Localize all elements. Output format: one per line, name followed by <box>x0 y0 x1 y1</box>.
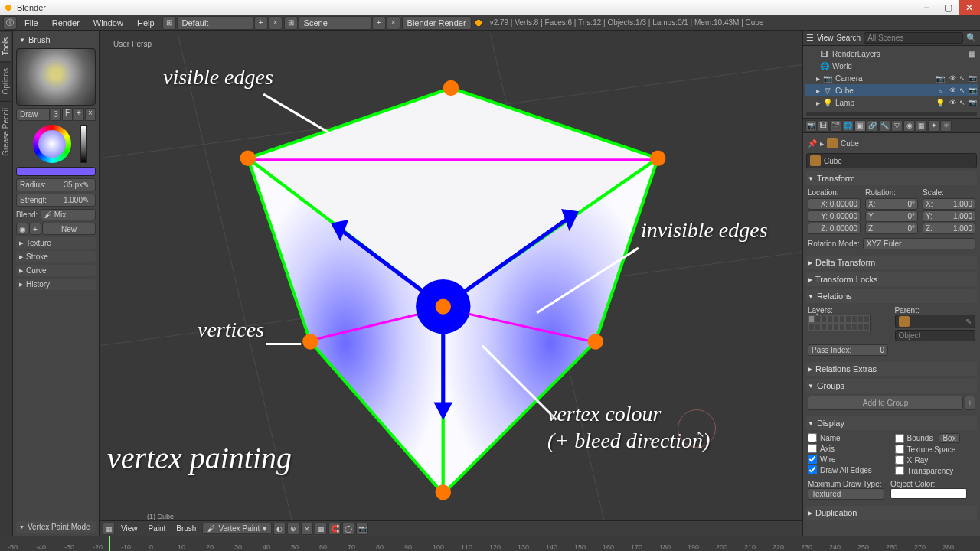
brush-name-field[interactable]: Draw <box>16 108 50 121</box>
layers-icon[interactable]: ▦ <box>315 523 327 535</box>
scene-browse-icon[interactable]: ⊞ <box>284 16 298 30</box>
vp-menu-brush[interactable]: Brush <box>172 524 201 533</box>
rot-z-field[interactable]: Z:0° <box>865 223 918 234</box>
snap-icon[interactable]: 🧲 <box>328 523 341 535</box>
outliner-editor-icon[interactable]: ☰ <box>806 33 814 43</box>
pin-icon[interactable]: 📌 <box>808 139 817 148</box>
color-picker[interactable] <box>25 125 87 163</box>
tab-tools[interactable]: Tools <box>0 31 11 61</box>
props-tab-render[interactable]: 📷 <box>805 120 817 132</box>
brush-del-icon[interactable]: × <box>85 108 96 121</box>
texture-panel[interactable]: Texture <box>16 237 96 249</box>
render-preview-icon[interactable]: 📷 <box>356 523 368 535</box>
scale-y-field[interactable]: Y:1.000 <box>923 210 975 222</box>
props-tab-constraints[interactable]: 🔗 <box>867 120 878 132</box>
axis-checkbox[interactable] <box>808 444 817 453</box>
max-draw-type-dropdown[interactable]: Textured <box>808 488 884 500</box>
rotation-mode-dropdown[interactable]: XYZ Euler <box>863 238 975 249</box>
curve-panel[interactable]: Curve <box>16 265 96 276</box>
name-checkbox[interactable] <box>808 433 817 442</box>
tab-options[interactable]: Options <box>0 61 11 100</box>
props-tab-data[interactable]: ▽ <box>891 120 903 132</box>
brush-fakeuser-button[interactable]: F <box>62 108 73 121</box>
transform-header[interactable]: Transform <box>806 171 977 185</box>
parent-type-field[interactable]: Object <box>895 330 976 341</box>
parent-field[interactable]: ✎ <box>895 315 976 328</box>
proportional-icon[interactable]: ◯ <box>342 523 354 535</box>
brush-preview[interactable] <box>16 48 96 106</box>
editor-type-icon[interactable]: ⓘ <box>3 16 17 30</box>
history-panel[interactable]: History <box>16 279 96 290</box>
editor-type-3dview-icon[interactable]: ▦ <box>103 523 115 535</box>
outliner-menu-view[interactable]: View <box>817 34 834 42</box>
loc-y-field[interactable]: Y: 0.00000 <box>808 210 861 222</box>
relations-extras-header[interactable]: Relations Extras <box>806 362 977 376</box>
wire-checkbox[interactable] <box>808 455 817 464</box>
menu-render[interactable]: Render <box>46 17 86 29</box>
brush-users[interactable]: 3 <box>51 108 61 121</box>
delta-transform-header[interactable]: Delta Transform <box>806 256 977 269</box>
vertex-paint-mode-panel[interactable]: Vertex Paint Mode <box>16 521 96 533</box>
object-name-field[interactable]: Cube <box>806 153 977 168</box>
menu-help[interactable]: Help <box>131 17 161 29</box>
brush-panel-header[interactable]: Brush <box>16 34 96 46</box>
texspace-checkbox[interactable] <box>895 445 904 454</box>
minimize-button[interactable]: − <box>916 0 937 15</box>
outliner-scrollbar[interactable] <box>806 112 977 116</box>
xray-checkbox[interactable] <box>895 455 904 465</box>
palette-add-icon[interactable]: + <box>29 223 41 235</box>
layout-browse-icon[interactable]: ⊞ <box>162 16 176 30</box>
layout-del-icon[interactable]: × <box>269 16 283 30</box>
props-tab-renderlayers[interactable]: 🎞 <box>818 120 829 132</box>
loc-x-field[interactable]: X: 0.00000 <box>808 198 861 210</box>
draw-edges-checkbox[interactable] <box>808 465 817 474</box>
add-to-group-button[interactable]: Add to Group <box>808 396 963 410</box>
props-tab-object[interactable]: ▣ <box>854 120 866 132</box>
rot-x-field[interactable]: X:0° <box>865 198 918 210</box>
duplication-header[interactable]: Duplication <box>806 506 977 520</box>
add-group-plus-icon[interactable]: + <box>965 396 975 410</box>
brush-color-swatch[interactable] <box>16 167 96 176</box>
menu-file[interactable]: File <box>18 17 44 29</box>
timeline-ruler[interactable]: -50-40-30-20-100102030405060708090100110… <box>0 536 980 551</box>
vp-menu-view[interactable]: View <box>116 524 142 533</box>
stroke-panel[interactable]: Stroke <box>16 251 96 262</box>
props-tab-texture[interactable]: ▦ <box>916 120 927 132</box>
scene-del-icon[interactable]: × <box>387 16 400 30</box>
brush-add-icon[interactable]: + <box>74 108 84 121</box>
screen-layout-dropdown[interactable]: Default <box>177 16 253 30</box>
loc-z-field[interactable]: Z: 0.00000 <box>808 223 861 234</box>
scale-z-field[interactable]: Z:1.000 <box>923 223 975 234</box>
pivot-icon[interactable]: ⊕ <box>287 523 299 535</box>
manipulator-icon[interactable]: ⤧ <box>301 523 313 535</box>
scene-add-icon[interactable]: + <box>372 16 386 30</box>
scene-dropdown[interactable]: Scene <box>299 16 371 30</box>
props-tab-scene[interactable]: 🎬 <box>830 120 841 132</box>
props-tab-material[interactable]: ◉ <box>903 120 915 132</box>
pass-index-field[interactable]: Pass Index:0 <box>808 344 888 356</box>
outliner-search-icon[interactable]: 🔍 <box>966 33 977 43</box>
groups-header[interactable]: Groups <box>806 379 977 393</box>
blend-dropdown[interactable]: 🖌 Mix <box>41 209 96 220</box>
props-tab-world[interactable]: 🌐 <box>842 120 854 132</box>
transparency-checkbox[interactable] <box>895 466 904 475</box>
close-button[interactable]: ✕ <box>959 0 980 15</box>
menu-window[interactable]: Window <box>87 17 129 29</box>
layout-add-icon[interactable]: + <box>254 16 268 30</box>
strength-field[interactable]: Strengt:1.000✎ <box>16 194 96 207</box>
props-tab-physics[interactable]: ⚛ <box>940 120 952 132</box>
bounds-dropdown[interactable]: Box <box>939 433 959 443</box>
outliner-menu-search[interactable]: Search <box>837 34 861 42</box>
props-tab-modifiers[interactable]: 🔧 <box>879 120 890 132</box>
relations-header[interactable]: Relations <box>806 289 977 303</box>
layers-grid[interactable] <box>808 315 871 331</box>
bounds-checkbox[interactable] <box>895 434 904 443</box>
palette-new-button[interactable]: New <box>42 223 96 235</box>
outliner[interactable]: 🎞RenderLayers▦ 🌐World ▸📷Camera📷👁↖📷 ▸▽Cub… <box>803 46 980 110</box>
radius-field[interactable]: Radius:35 px✎ <box>16 178 96 191</box>
rot-y-field[interactable]: Y:0° <box>865 210 918 222</box>
shading-icon[interactable]: ◐ <box>273 523 286 535</box>
object-color-swatch[interactable] <box>890 488 967 499</box>
palette-browse-icon[interactable]: ◉ <box>16 223 28 235</box>
3d-viewport[interactable]: User Persp <box>100 31 802 536</box>
